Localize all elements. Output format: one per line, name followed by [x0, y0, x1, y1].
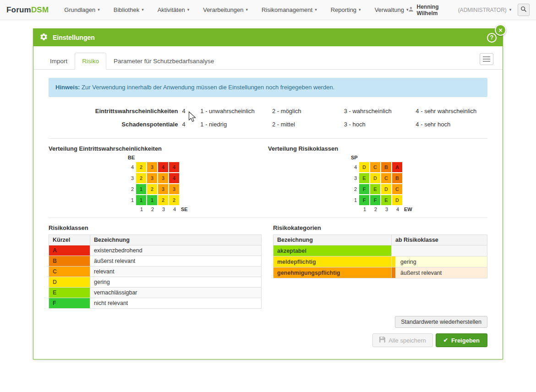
app-logo[interactable]: ForumDSM	[6, 5, 49, 15]
user-icon	[408, 6, 414, 13]
dialog-header: Einstellungen ?	[33, 29, 503, 46]
column-header: Bezeichnung	[90, 235, 262, 245]
search-button[interactable]	[518, 4, 530, 16]
search-icon	[520, 6, 527, 14]
notice-banner: Hinweis: Zur Verwendung innerhalb der An…	[49, 78, 487, 97]
matrix-col-label: 1	[359, 207, 370, 212]
matrix-row-label: 2	[350, 186, 357, 192]
matrix-col-label: 2	[147, 207, 158, 212]
tab-risiko[interactable]: Risiko	[75, 53, 106, 70]
close-button[interactable]: ×	[495, 24, 506, 36]
risk-category-label: meldepflichtig	[273, 256, 392, 267]
x-axis-label: EW	[404, 207, 412, 212]
risk-class-color-strip	[392, 256, 396, 267]
matrix-cell: 3	[158, 184, 168, 194]
matrix-cell: E	[359, 173, 369, 183]
x-axis-label: SE	[181, 207, 188, 212]
matrix-cell: E	[370, 184, 380, 194]
nav-item-verwaltung[interactable]: Verwaltung ▾	[375, 6, 409, 13]
main-menu: Grundlagen ▾ Bibliothek ▾ Aktivitäten ▾ …	[64, 6, 408, 13]
risk-class-label: nicht relevant	[90, 298, 262, 309]
release-button[interactable]: ✔ Freigeben	[436, 333, 487, 347]
nav-item-verarbeitungen[interactable]: Verarbeitungen ▾	[203, 6, 248, 13]
nav-item-grundlagen[interactable]: Grundlagen ▾	[64, 6, 99, 13]
matrix-row-label: 4	[127, 164, 134, 170]
table-header-row: Bezeichnung ab Risikoklasse	[273, 235, 487, 245]
matrix-cell: 3	[147, 162, 157, 172]
matrix-col-label: 1	[136, 207, 147, 212]
table-row: B äußerst relevant	[49, 256, 262, 267]
matrix-cell: 3	[147, 173, 157, 183]
restore-defaults-button[interactable]: Standardwerte wiederherstellen	[395, 316, 487, 328]
notice-prefix: Hinweis:	[55, 84, 80, 91]
divider	[49, 218, 487, 218]
menu-icon	[483, 61, 490, 62]
nav-item-bibliothek[interactable]: Bibliothek ▾	[114, 6, 144, 13]
save-icon	[379, 337, 385, 344]
matrix-cell: 2	[136, 173, 146, 183]
help-icon: ?	[490, 34, 493, 41]
scale-step-label: 4 - sehr hoch	[416, 121, 487, 128]
setting-row-eintrittswahrscheinlichkeiten: Eintrittswahrscheinlichkeiten 4 1 - unwa…	[49, 104, 487, 118]
save-all-button[interactable]: Alle speichern	[372, 333, 433, 347]
setting-label: Schadenspotentiale	[49, 121, 178, 128]
scale-step-label: 4 - sehr wahrscheinlich	[416, 108, 487, 114]
matrix-col-label: 4	[169, 207, 180, 212]
risk-classes-table: Kürzel Bezeichnung A existenzbedrohend B…	[49, 234, 262, 309]
matrix-cell: 4	[158, 162, 168, 172]
chevron-down-icon: ▾	[315, 8, 317, 12]
risk-class-label: vernachlässigbar	[90, 288, 262, 298]
table-row: A existenzbedrohend	[49, 245, 262, 256]
chevron-down-icon: ▾	[246, 8, 248, 12]
table-row: F nicht relevant	[49, 298, 262, 309]
matrix-cell: 2	[158, 195, 168, 205]
scale-step-label: 1 - unwahrscheinlich	[200, 108, 272, 114]
matrix-cell: D	[392, 195, 402, 205]
matrix-cell: 1	[147, 195, 157, 205]
matrix-col-label: 4	[392, 207, 403, 212]
matrix-cell: F	[359, 195, 369, 205]
table-row: genehmigungspflichtig äußerst relevant	[273, 267, 487, 278]
tab-import[interactable]: Import	[43, 53, 75, 70]
nav-item-label: Verarbeitungen	[203, 6, 243, 13]
tab-parameter-schutzbedarfsanalyse[interactable]: Parameter für Schutzbedarfsanalyse	[106, 53, 221, 70]
setting-value[interactable]: 4	[178, 108, 200, 114]
user-name: Henning Wilhelm	[416, 4, 455, 16]
risk-classes-section: Risikoklassen Kürzel Bezeichnung A exist…	[49, 224, 262, 309]
setting-value[interactable]: 4	[178, 121, 200, 128]
nav-item-aktivitaeten[interactable]: Aktivitäten ▾	[158, 6, 190, 13]
list-menu-button[interactable]	[480, 53, 493, 65]
matrix-col-label: 3	[158, 207, 169, 212]
matrix-col-label: 2	[370, 207, 381, 212]
close-icon: ×	[498, 27, 502, 34]
matrix-row-label: 3	[127, 175, 134, 181]
risk-class-color-strip	[392, 267, 396, 278]
risk-category-label: akzeptabel	[273, 245, 392, 256]
risk-class-matrix: SP 4 D C B A 3 E D C B	[350, 155, 487, 212]
scale-step-label: 3 - hoch	[344, 121, 416, 128]
nav-item-label: Reporting	[331, 6, 356, 13]
tables-section: Risikoklassen Kürzel Bezeichnung A exist…	[49, 224, 487, 309]
matrix-cell: 1	[136, 184, 146, 194]
matrix-row-label: 4	[350, 164, 357, 170]
threshold-label: äußerst relevant	[400, 270, 442, 276]
nav-item-label: Grundlagen	[64, 6, 95, 13]
user-menu[interactable]: Henning Wilhelm (ADMINISTRATOR) ▾	[408, 4, 511, 16]
matrix-cell: 3	[158, 173, 168, 183]
save-all-label: Alle speichern	[388, 337, 426, 344]
column-header: Kürzel	[49, 235, 90, 245]
column-header: ab Risikoklasse	[392, 235, 487, 245]
divider	[49, 138, 487, 139]
risk-class-label: existenzbedrohend	[90, 245, 262, 256]
nav-item-risikomanagement[interactable]: Risikomanagement ▾	[262, 6, 317, 13]
help-button[interactable]: ?	[487, 33, 497, 43]
matrix-row-label: 1	[350, 197, 357, 203]
risk-categories-section: Risikokategorien Bezeichnung ab Risikokl…	[273, 224, 487, 309]
matrix-cell: 1	[136, 195, 146, 205]
risk-class-label: äußerst relevant	[90, 256, 262, 267]
nav-item-label: Bibliothek	[114, 6, 139, 13]
matrix-cell: F	[370, 195, 380, 205]
matrix-row-label: 2	[127, 186, 134, 192]
nav-item-reporting[interactable]: Reporting ▾	[331, 6, 361, 13]
notice-text: Zur Verwendung innerhalb der Anwendung m…	[82, 84, 334, 91]
